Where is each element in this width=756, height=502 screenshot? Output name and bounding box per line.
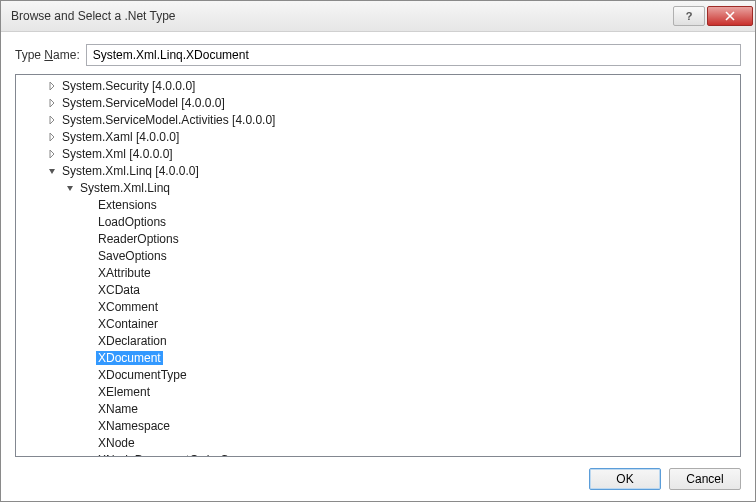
window-title: Browse and Select a .Net Type bbox=[11, 9, 671, 23]
chevron-right-icon[interactable] bbox=[46, 80, 58, 92]
tree-node-label: XDeclaration bbox=[96, 334, 169, 348]
tree-node[interactable]: LoadOptions bbox=[16, 213, 740, 230]
tree-node[interactable]: System.Security [4.0.0.0] bbox=[16, 77, 740, 94]
cancel-button[interactable]: Cancel bbox=[669, 468, 741, 490]
help-button[interactable] bbox=[673, 6, 705, 26]
tree-node[interactable]: System.Xaml [4.0.0.0] bbox=[16, 128, 740, 145]
tree-node-label: XAttribute bbox=[96, 266, 153, 280]
close-icon bbox=[725, 11, 735, 21]
tree-node-label: LoadOptions bbox=[96, 215, 168, 229]
dialog-window: Browse and Select a .Net Type Type Name:… bbox=[0, 0, 756, 502]
tree-node-label: XComment bbox=[96, 300, 160, 314]
tree-node-label: SaveOptions bbox=[96, 249, 169, 263]
close-button[interactable] bbox=[707, 6, 753, 26]
tree-node[interactable]: XNode bbox=[16, 434, 740, 451]
titlebar[interactable]: Browse and Select a .Net Type bbox=[1, 1, 755, 32]
tree-node[interactable]: System.Xml.Linq [4.0.0.0] bbox=[16, 162, 740, 179]
tree-node-label: XDocument bbox=[96, 351, 163, 365]
tree-node[interactable]: Extensions bbox=[16, 196, 740, 213]
tree-node-label: XContainer bbox=[96, 317, 160, 331]
tree-node[interactable]: XDeclaration bbox=[16, 332, 740, 349]
tree-node-label: XCData bbox=[96, 283, 142, 297]
chevron-right-icon[interactable] bbox=[46, 114, 58, 126]
chevron-down-icon[interactable] bbox=[46, 165, 58, 177]
chevron-right-icon[interactable] bbox=[46, 97, 58, 109]
type-name-input[interactable] bbox=[86, 44, 741, 66]
tree-node[interactable]: System.Xml [4.0.0.0] bbox=[16, 145, 740, 162]
chevron-right-icon[interactable] bbox=[46, 131, 58, 143]
type-name-row: Type Name: bbox=[1, 32, 755, 74]
tree-node-label: System.ServiceModel.Activities [4.0.0.0] bbox=[60, 113, 277, 127]
tree-node[interactable]: System.Xml.Linq bbox=[16, 179, 740, 196]
type-tree[interactable]: System.Security [4.0.0.0]System.ServiceM… bbox=[16, 75, 740, 456]
tree-node-label: ReaderOptions bbox=[96, 232, 181, 246]
tree-node[interactable]: XComment bbox=[16, 298, 740, 315]
tree-node-label: System.Security [4.0.0.0] bbox=[60, 79, 197, 93]
chevron-down-icon[interactable] bbox=[64, 182, 76, 194]
tree-node-label: XNode bbox=[96, 436, 137, 450]
tree-node-label: XNodeDocumentOrderComparer bbox=[96, 453, 275, 457]
tree-node[interactable]: XElement bbox=[16, 383, 740, 400]
tree-node[interactable]: XDocument bbox=[16, 349, 740, 366]
tree-node-label: System.ServiceModel [4.0.0.0] bbox=[60, 96, 227, 110]
tree-node-label: XDocumentType bbox=[96, 368, 189, 382]
tree-node[interactable]: XDocumentType bbox=[16, 366, 740, 383]
tree-node[interactable]: System.ServiceModel.Activities [4.0.0.0] bbox=[16, 111, 740, 128]
type-tree-container: System.Security [4.0.0.0]System.ServiceM… bbox=[15, 74, 741, 457]
chevron-right-icon[interactable] bbox=[46, 148, 58, 160]
tree-node[interactable]: XNodeDocumentOrderComparer bbox=[16, 451, 740, 456]
tree-node-label: System.Xaml [4.0.0.0] bbox=[60, 130, 181, 144]
tree-node[interactable]: XContainer bbox=[16, 315, 740, 332]
tree-node[interactable]: XNamespace bbox=[16, 417, 740, 434]
tree-node[interactable]: ReaderOptions bbox=[16, 230, 740, 247]
tree-node[interactable]: XCData bbox=[16, 281, 740, 298]
dialog-buttons: OK Cancel bbox=[1, 457, 755, 501]
tree-node[interactable]: XAttribute bbox=[16, 264, 740, 281]
tree-node[interactable]: XName bbox=[16, 400, 740, 417]
tree-node-label: XElement bbox=[96, 385, 152, 399]
tree-node-label: XNamespace bbox=[96, 419, 172, 433]
tree-node-label: System.Xml.Linq [4.0.0.0] bbox=[60, 164, 201, 178]
tree-node[interactable]: SaveOptions bbox=[16, 247, 740, 264]
tree-node-label: Extensions bbox=[96, 198, 159, 212]
ok-button[interactable]: OK bbox=[589, 468, 661, 490]
tree-node-label: System.Xml [4.0.0.0] bbox=[60, 147, 175, 161]
tree-node[interactable]: System.ServiceModel [4.0.0.0] bbox=[16, 94, 740, 111]
tree-node-label: XName bbox=[96, 402, 140, 416]
tree-node-label: System.Xml.Linq bbox=[78, 181, 172, 195]
type-name-label: Type Name: bbox=[15, 48, 80, 62]
